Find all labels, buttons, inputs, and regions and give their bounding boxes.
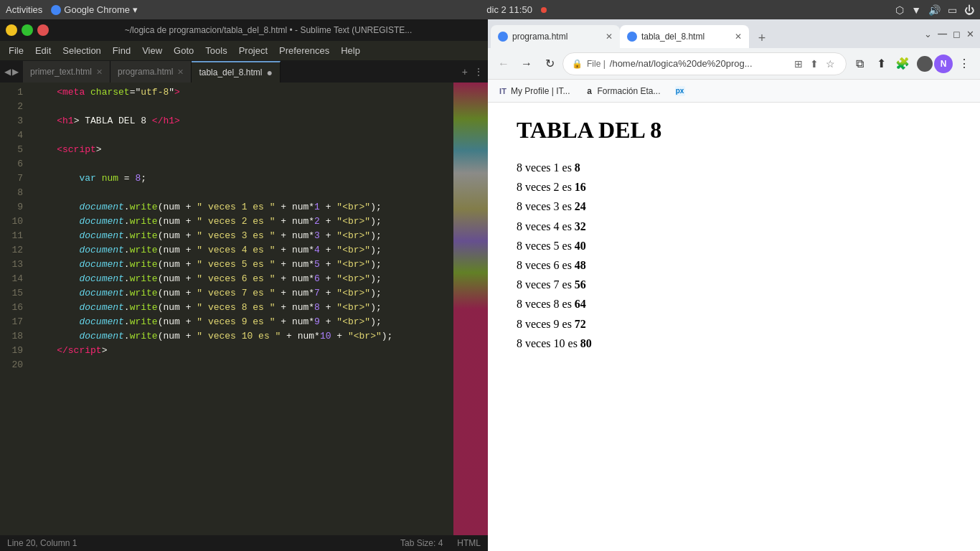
extensions-icon[interactable]: ⧉ [849,54,870,74]
multiplication-row: 8 veces 1 es 8 [517,158,951,177]
bookmark-px[interactable]: px [671,84,689,98]
bookmark-icon[interactable]: ☆ [824,56,837,72]
code-content[interactable]: <meta charset="utf-8"> <h1> TABLA DEL 8 … [29,83,453,535]
bookmark-formacion-label: Formación Eta... [597,86,660,96]
browser-content: TABLA DEL 8 8 veces 1 es 88 veces 2 es 1… [488,103,980,551]
code-line: <meta charset="utf-8"> [34,85,448,100]
address-file-label: File | [587,59,606,69]
menu-file[interactable]: File [3,43,29,58]
chrome-restore-icon[interactable]: ◻ [953,29,961,39]
window-controls [6,24,49,36]
share-toolbar-icon[interactable]: ⬆ [871,54,891,74]
tab-primer-label: primer_text.html [30,67,92,77]
tab-primer[interactable]: primer_text.html ✕ [23,61,110,83]
multiplication-row: 8 veces 9 es 72 [517,314,951,334]
profile-avatar[interactable]: N [934,55,953,73]
bookmark-formacion[interactable]: a Formación Eta... [580,84,664,98]
bookmark-it-favicon-icon: IT [498,86,508,96]
tab-tabla-label: tabla_del_8.html [199,67,262,77]
recording-dot-icon [541,7,547,13]
multiplication-row: 8 veces 3 es 24 [517,197,951,216]
multiplication-row: 8 veces 7 es 56 [517,275,951,294]
page-title: TABLA DEL 8 [517,117,951,143]
tab-overflow-icon[interactable]: ⋮ [473,66,484,77]
code-line: document.write(num + " veces 1 es " + nu… [34,200,448,215]
code-editor[interactable]: 1234567891011121314151617181920 <meta ch… [0,83,488,535]
address-lock-icon: 🔒 [572,59,583,69]
maximize-button[interactable] [22,24,33,36]
settings-icon[interactable] [917,56,933,72]
menu-tools[interactable]: Tools [199,43,232,58]
menu-edit[interactable]: Edit [29,43,57,58]
chrome-favicon-icon [51,5,61,15]
chrome-tab-programa-close-icon[interactable]: ✕ [606,32,613,42]
sublime-text-panel: ~/logica de programacion/tabla_del_8.htm… [0,19,488,551]
address-bar[interactable]: 🔒 File | /home/nat/logica%20de%20prog...… [562,52,847,75]
minimap[interactable] [453,83,488,535]
bookmark-formacion-favicon-icon: a [584,86,594,96]
power-icon[interactable]: ⏻ [964,4,974,16]
tab-tabla-unsaved-icon[interactable]: ● [266,67,272,77]
chrome-tab-programa-favicon-icon [498,32,508,42]
menu-view[interactable]: View [136,43,168,58]
new-tab-button[interactable]: + [752,28,772,48]
more-options-icon[interactable]: ⋮ [954,54,974,74]
screen-icon[interactable]: ▭ [948,4,957,16]
tab-primer-close-icon[interactable]: ✕ [96,68,103,76]
activities-button[interactable]: Activities [6,4,42,15]
bookmark-px-favicon-icon: px [675,86,685,96]
minimap-visual [453,83,488,535]
tab-navigation[interactable]: ◀ ▶ [0,61,23,83]
chrome-tab-tabla-title: tabla_del_8.html [641,32,730,42]
tab-add-icon[interactable]: + [462,66,468,77]
chrome-tab-list-icon[interactable]: ⌄ [924,29,932,39]
tab-next-icon[interactable]: ▶ [12,67,19,77]
menu-project[interactable]: Project [233,43,273,58]
address-text: /home/nat/logica%20de%20prog... [610,58,788,69]
code-line: document.write(num + " veces 3 es " + nu… [34,229,448,243]
status-bar: Line 20, Column 1 Tab Size: 4 HTML [0,535,488,551]
forward-button[interactable]: → [517,54,537,74]
chrome-toolbar: ← → ↻ 🔒 File | /home/nat/logica%20de%20p… [488,48,980,80]
bookmark-it[interactable]: IT My Profile | IT... [494,84,574,98]
minimize-button[interactable] [6,24,17,36]
translate-icon[interactable]: ⊞ [792,56,805,72]
app-dropdown-icon[interactable]: ▾ [133,4,138,15]
chrome-tab-tabla-close-icon[interactable]: ✕ [735,32,742,42]
chrome-tab-programa[interactable]: programa.html ✕ [491,25,620,48]
tab-programa[interactable]: programa.html ✕ [110,61,192,83]
code-line: document.write(num + " veces 7 es " + nu… [34,286,448,301]
chrome-close-icon[interactable]: ✕ [966,29,974,39]
close-button[interactable] [37,24,49,36]
chrome-minimize-icon[interactable]: ─ [938,27,947,42]
status-tab-size[interactable]: Tab Size: 4 [400,538,443,548]
code-line [34,128,448,143]
volume-icon[interactable]: 🔊 [928,4,941,16]
tab-prev-icon[interactable]: ◀ [4,67,11,77]
menu-find[interactable]: Find [107,43,136,58]
chrome-tab-tabla-favicon-icon [627,32,637,42]
menu-preferences[interactable]: Preferences [273,43,335,58]
code-line [34,186,448,200]
wifi-icon[interactable]: ▼ [911,4,921,16]
menu-bar: File Edit Selection Find View Goto Tools… [0,41,488,61]
menu-selection[interactable]: Selection [57,43,106,58]
reload-button[interactable]: ↻ [540,54,560,74]
back-button[interactable]: ← [494,54,514,74]
dropbox-icon[interactable]: ⬡ [895,4,904,16]
menu-goto[interactable]: Goto [168,43,199,58]
chrome-tab-tabla[interactable]: tabla_del_8.html ✕ [620,25,749,48]
extensions2-icon[interactable]: 🧩 [892,54,913,74]
chrome-panel: programa.html ✕ tabla_del_8.html ✕ + ⌄ ─… [488,19,980,551]
app-indicator[interactable]: Google Chrome ▾ [51,4,138,15]
main-area: ~/logica de programacion/tabla_del_8.htm… [0,19,980,551]
bookmark-it-label: My Profile | IT... [511,86,570,96]
share-icon[interactable]: ⬆ [808,56,821,72]
code-line: document.write(num + " veces 4 es " + nu… [34,243,448,258]
multiplication-row: 8 veces 5 es 40 [517,236,951,255]
tab-programa-close-icon[interactable]: ✕ [177,68,184,76]
menu-help[interactable]: Help [335,43,366,58]
tab-tabla[interactable]: tabla_del_8.html ● [192,61,281,83]
status-syntax[interactable]: HTML [457,538,481,548]
code-line: document.write(num + " veces 8 es " + nu… [34,301,448,315]
